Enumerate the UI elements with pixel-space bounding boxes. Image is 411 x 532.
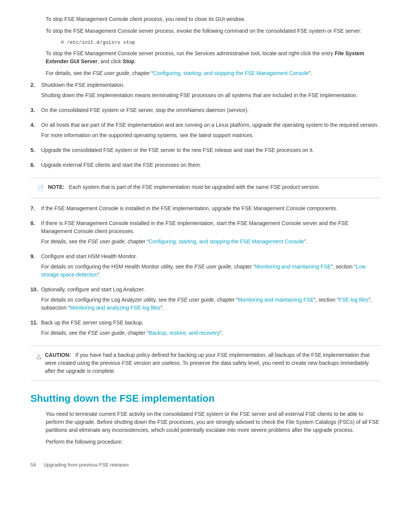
step-10-link3[interactable]: Monitoring and analyzing FSE log files — [70, 305, 160, 311]
fse-guide-link1[interactable]: Configuring, starting, and stopping the … — [153, 70, 309, 76]
caution-text: If you have had a backup policy defined … — [45, 352, 370, 374]
note-icon: 📄 — [37, 184, 44, 193]
step-8-main: If there is FSE Management Console insta… — [41, 219, 381, 235]
after-code-para: To stop the FSE Management Console serve… — [46, 50, 381, 66]
step-number-9: 9. — [30, 252, 38, 281]
intro-para-2: To stop the FSE Management Console serve… — [46, 27, 381, 35]
step-2-main: Shutdown the FSE implementation. — [41, 81, 381, 89]
step-11-guide: FSE user guide — [88, 330, 125, 336]
step-number-8: 8. — [30, 219, 38, 248]
step-10-link2[interactable]: FSE log files — [339, 297, 369, 303]
for-details-text3: ”. — [309, 70, 312, 76]
footer-text: Upgrading from previous FSE releases — [43, 461, 129, 469]
section-para-2: Perform the following procedure: — [46, 438, 381, 446]
step-11-sub-text3: ”. — [220, 330, 223, 336]
step-11-sub: For details, see the FSE user guide, cha… — [41, 329, 381, 337]
step-6-main: Upgrade external FSE clients and start t… — [41, 161, 381, 169]
step-11-main: Back up the FSE server using FSE backup. — [41, 319, 381, 327]
step-9-sub: For details on configuring the HSM Healt… — [41, 263, 381, 279]
step-8-sub: For details, see the FSE user guide, cha… — [41, 238, 381, 246]
step-11-link[interactable]: Backup, restore, and recovery — [148, 330, 220, 336]
note-label: NOTE: — [48, 184, 65, 190]
step-11-content: Back up the FSE server using FSE backup.… — [41, 319, 381, 339]
step-10-sub-text3: ”, section “ — [314, 297, 339, 303]
step-9-guide: FSE user guide — [194, 264, 231, 270]
step-9-sub-text1: For details on configuring the HSM Healt… — [41, 264, 194, 270]
code-block: # /etc/init.d/guisrv stop — [61, 39, 381, 46]
steps-list-1: 2. Shutdown the FSE implementation. Shut… — [30, 81, 381, 171]
step-number-10: 10. — [30, 286, 38, 314]
for-details-1: For details, see the FSE user guide, cha… — [46, 69, 381, 77]
after-code-text3: . — [134, 58, 136, 64]
step-10-content: Optionally, configure and start Log Anal… — [41, 286, 381, 314]
step-9-link1[interactable]: Monitoring and maintaining FSE — [255, 264, 331, 270]
step-8-sub-text1: For details, see the — [41, 238, 88, 244]
step-4-sub: For more information on the supported op… — [41, 131, 381, 139]
intro-para-1: To stop FSE Management Console client pr… — [46, 15, 381, 23]
footer-page-number: 54 — [30, 461, 36, 469]
caution-box: △ CAUTION: If you have had a backup poli… — [30, 345, 381, 381]
step-number-5: 5. — [30, 146, 38, 157]
step-3-main: On the consolidated FSE system or FSE se… — [41, 106, 381, 114]
intro-section: To stop FSE Management Console client pr… — [30, 15, 381, 77]
step-number-2: 2. — [30, 81, 38, 102]
caution-label: CAUTION: — [45, 352, 71, 358]
step-9-sub-text2: , chapter “ — [231, 264, 255, 270]
step-8-content: If there is FSE Management Console insta… — [41, 219, 381, 248]
step-7-content: If the FSE Management Console is install… — [41, 204, 381, 215]
list-item-6: 6. Upgrade external FSE clients and star… — [30, 161, 381, 171]
list-item-11: 11. Back up the FSE server using FSE bac… — [30, 319, 381, 339]
step-number-11: 11. — [30, 319, 38, 339]
list-item-4: 4. On all hosts that are part of the FSE… — [30, 121, 381, 142]
section-body: You need to terminate current FSE activi… — [30, 410, 381, 446]
footer: 54 Upgrading from previous FSE releases — [30, 461, 381, 469]
step-number-4: 4. — [30, 121, 38, 142]
step-2-content: Shutdown the FSE implementation. Shuttin… — [41, 81, 381, 102]
note-box: 📄 NOTE: Each system that is part of the … — [30, 177, 381, 198]
step-10-sub-text5: ”. — [161, 305, 164, 311]
fse-guide-ref1: FSE user guide — [92, 70, 129, 76]
step-5-main: Upgrade the consolidated FSE system or t… — [41, 146, 381, 154]
list-item-5: 5. Upgrade the consolidated FSE system o… — [30, 146, 381, 157]
step-8-guide: FSE user guide — [88, 238, 125, 244]
step-5-content: Upgrade the consolidated FSE system or t… — [41, 146, 381, 157]
list-item-9: 9. Configure and start HSM Health Monito… — [30, 252, 381, 281]
step-number-7: 7. — [30, 204, 38, 215]
step-9-sub-text4: ”. — [98, 272, 101, 278]
list-item-7: 7. If the FSE Management Console is inst… — [30, 204, 381, 215]
note-text: Each system that is part of the FSE impl… — [66, 184, 320, 190]
step-11-sub-text2: , chapter “ — [124, 330, 148, 336]
step-10-link1[interactable]: Monitoring and maintaining FSE — [238, 297, 314, 303]
step-2-sub: Shutting down the FSE implementation mea… — [41, 91, 381, 99]
step-11-sub-text1: For details, see the — [41, 330, 88, 336]
list-item-8: 8. If there is FSE Management Console in… — [30, 219, 381, 248]
step-9-sub-text3: ”, section “ — [331, 264, 356, 270]
step-10-sub-text2: , chapter “ — [214, 297, 238, 303]
section-para-1: You need to terminate current FSE activi… — [46, 410, 381, 434]
step-number-3: 3. — [30, 106, 38, 117]
step-8-link[interactable]: Configuring, starting, and stopping the … — [148, 238, 304, 244]
after-code-text2: , and click — [97, 58, 123, 64]
list-item-10: 10. Optionally, configure and start Log … — [30, 286, 381, 314]
step-4-content: On all hosts that are part of the FSE im… — [41, 121, 381, 142]
step-4-main: On all hosts that are part of the FSE im… — [41, 121, 381, 129]
for-details-text2: , chapter “ — [129, 70, 153, 76]
step-9-content: Configure and start HSM Health Monitor. … — [41, 252, 381, 281]
section-heading: Shutting down the FSE implementation — [30, 392, 381, 405]
content-area: To stop FSE Management Console client pr… — [30, 15, 381, 469]
step-8-sub-text2: , chapter “ — [124, 238, 148, 244]
list-item-2: 2. Shutdown the FSE implementation. Shut… — [30, 81, 381, 102]
step-10-guide: FSE user guide — [177, 297, 214, 303]
list-item-3: 3. On the consolidated FSE system or FSE… — [30, 106, 381, 117]
stop-label: Stop — [123, 58, 134, 64]
step-10-sub-text1: For details on configuring the Log Analy… — [41, 297, 177, 303]
step-7-main: If the FSE Management Console is install… — [41, 204, 381, 212]
caution-content: CAUTION: If you have had a backup policy… — [45, 351, 374, 375]
note-content: NOTE: Each system that is part of the FS… — [48, 183, 320, 191]
step-10-sub: For details on configuring the Log Analy… — [41, 296, 381, 312]
step-8-sub-text3: ”. — [304, 238, 307, 244]
step-number-6: 6. — [30, 161, 38, 171]
step-9-main: Configure and start HSM Health Monitor. — [41, 252, 381, 260]
step-6-content: Upgrade external FSE clients and start t… — [41, 161, 381, 171]
for-details-text1: For details, see the — [46, 70, 92, 76]
